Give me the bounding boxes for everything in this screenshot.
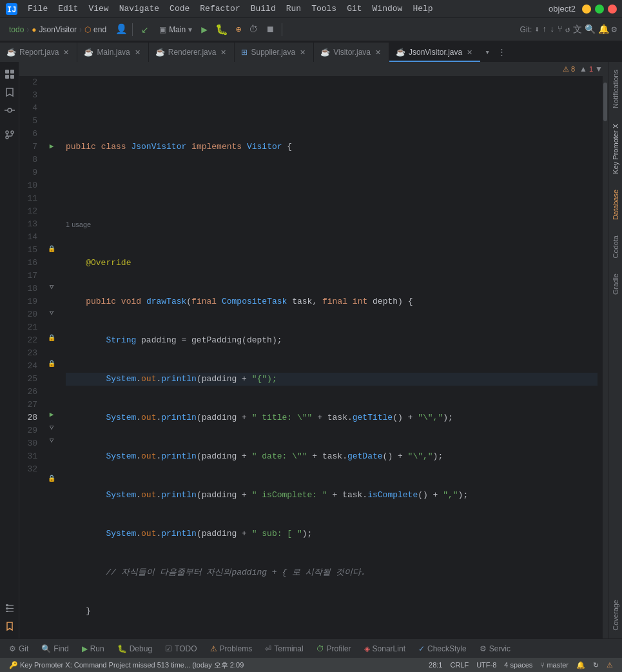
tool-services[interactable]: ⚙ Servic (474, 642, 516, 655)
code-content[interactable]: public class JsonVisitor implements Visi… (61, 76, 603, 638)
profile-button[interactable]: ⏱ (246, 25, 260, 35)
menu-build[interactable]: Build (246, 3, 280, 15)
maximize-button[interactable] (595, 5, 604, 14)
collapse-gutter-16[interactable]: ▽ (43, 280, 61, 293)
tool-profiler[interactable]: ⏱ Profiler (311, 642, 356, 655)
tool-todo[interactable]: ☑ TODO (160, 642, 202, 655)
git-fetch-icon[interactable]: ⬇ (534, 25, 539, 35)
tab-supplier-java[interactable]: ⊞ Supplier.java ✕ (235, 43, 314, 62)
tabs-more[interactable]: ⋮ (494, 43, 510, 62)
project-breadcrumb[interactable]: todo › ● JsonVisitor › ⬡ end (5, 23, 110, 36)
line-numbers: 2 3 4 5 6 7 8 9 10 11 12 13 14 15 16 17 … (19, 76, 43, 638)
menu-navigate[interactable]: Navigate (115, 3, 164, 15)
git-branches-icon[interactable]: ⑂ (558, 25, 563, 34)
menu-view[interactable]: View (84, 3, 113, 15)
notifications-icon[interactable]: 🔔 (572, 658, 589, 672)
right-label-gradle[interactable]: Gradle (610, 268, 621, 300)
svg-text:IJ: IJ (7, 6, 16, 15)
menu-window[interactable]: Window (368, 3, 407, 15)
tool-terminal[interactable]: ⏎ Terminal (260, 642, 308, 655)
tab-close-button[interactable]: ✕ (465, 48, 474, 57)
tool-debug[interactable]: 🐛 Debug (112, 642, 157, 655)
collapse-gutter-27[interactable]: ▽ (43, 433, 61, 446)
profiler-tool-icon: ⏱ (316, 644, 324, 653)
warn-icon: ⚠ (563, 65, 569, 74)
right-label-coverage[interactable]: Coverage (610, 595, 621, 636)
scroll-track[interactable] (603, 76, 608, 638)
menu-run[interactable]: Run (282, 3, 306, 15)
sidebar-pullreq-icon[interactable] (1, 126, 18, 143)
scroll-thumb[interactable] (603, 83, 607, 121)
tool-problems[interactable]: ⚠ Problems (205, 642, 258, 655)
tabs-bar: ☕ Report.java ✕ ☕ Main.java ✕ ☕ Renderer… (0, 41, 622, 62)
tab-close-button[interactable]: ✕ (133, 48, 142, 57)
line-ending[interactable]: CRLF (446, 658, 472, 672)
tab-renderer-java[interactable]: ☕ Renderer.java ✕ (149, 43, 235, 62)
coverage-button[interactable]: ⊕ (233, 24, 244, 35)
menu-tools[interactable]: Tools (307, 3, 341, 15)
tab-close-button[interactable]: ✕ (298, 48, 307, 57)
sidebar-project-icon[interactable] (1, 66, 18, 83)
debug-button[interactable]: 🐛 (213, 23, 231, 36)
help-icon[interactable]: 🔔 (598, 24, 609, 35)
tabs-dropdown[interactable]: ▾ (481, 43, 494, 62)
indent[interactable]: 4 spaces (500, 658, 536, 672)
key-promoter-status[interactable]: 🔑 Key Promoter X: Command Project missed… (5, 658, 248, 672)
right-label-codota[interactable]: Codota (610, 230, 621, 263)
menu-git[interactable]: Git (342, 3, 366, 15)
tab-visitor-java[interactable]: ☕ Visitor.java ✕ (314, 43, 389, 62)
stop-button[interactable]: ⏹ (263, 25, 277, 35)
git-branch-text: master (547, 661, 569, 669)
right-label-key-promoter[interactable]: Key Promoter X (610, 119, 621, 179)
error-nav-up[interactable]: ▲ (579, 64, 587, 74)
svg-point-11 (6, 136, 8, 139)
tab-main-java[interactable]: ☕ Main.java ✕ (77, 43, 148, 62)
collapse-gutter-18[interactable]: ▽ (43, 306, 61, 319)
tab-close-button[interactable]: ✕ (374, 48, 382, 57)
alert-icon[interactable]: ⚠ (603, 658, 617, 672)
tool-git[interactable]: ⚙ Git (4, 642, 34, 655)
translate-icon[interactable]: 文 (573, 24, 582, 35)
code-editor[interactable]: 2 3 4 5 6 7 8 9 10 11 12 13 14 15 16 17 … (19, 76, 608, 638)
tab-close-button[interactable]: ✕ (219, 48, 228, 57)
menu-code[interactable]: Code (165, 3, 194, 15)
close-button[interactable] (608, 5, 617, 14)
git-pull-icon[interactable]: ↓ (550, 25, 555, 34)
run-gutter-6[interactable]: ▶ (43, 139, 61, 152)
tool-checkstyle[interactable]: ✓ CheckStyle (413, 642, 472, 655)
vcs-update-button[interactable]: ↙ (137, 23, 153, 37)
collapse-gutter-26[interactable]: ▽ (43, 420, 61, 433)
sync-icon[interactable]: ↻ (589, 658, 603, 672)
menu-refactor[interactable]: Refactor (195, 3, 244, 15)
tab-report-java[interactable]: ☕ Report.java ✕ (0, 43, 77, 62)
todo-tool-icon: ☑ (165, 644, 172, 653)
minimize-button[interactable] (582, 5, 591, 14)
tool-run[interactable]: ▶ Run (77, 642, 110, 655)
sidebar-bookmarks2-icon[interactable] (1, 618, 18, 635)
sonarlint-tool-icon: ◈ (364, 644, 370, 653)
tool-sonarlint[interactable]: ◈ SonarLint (359, 642, 411, 655)
sidebar-bookmark-icon[interactable] (1, 84, 18, 101)
sidebar-structure-icon[interactable] (1, 600, 18, 617)
error-nav-down[interactable]: ▼ (595, 64, 603, 74)
search-everywhere-icon[interactable]: 🔍 (585, 24, 596, 35)
run-config-button[interactable]: ▣ Main ▾ (155, 23, 196, 36)
cursor-position[interactable]: 28:1 (425, 658, 446, 672)
tab-close-button[interactable]: ✕ (62, 48, 70, 57)
git-push-icon[interactable]: ↑ (542, 25, 547, 34)
right-label-notifications[interactable]: Notifications (610, 64, 621, 114)
sidebar-commit-icon[interactable] (1, 102, 18, 119)
run-gutter-25[interactable]: ▶ (43, 408, 61, 420)
tool-find[interactable]: 🔍 Find (36, 642, 73, 655)
right-label-database[interactable]: Database (610, 184, 621, 225)
java-icon: ☕ (6, 48, 16, 57)
tab-jsonvisitor-java[interactable]: ☕ JsonVisitor.java ✕ (389, 43, 481, 62)
git-branch[interactable]: ⑂ master (536, 658, 572, 672)
encoding[interactable]: UTF-8 (472, 658, 500, 672)
run-button[interactable]: ▶ (199, 23, 210, 36)
menu-edit[interactable]: Edit (53, 3, 83, 15)
menu-file[interactable]: File (23, 3, 52, 15)
settings-icon[interactable]: ⚙ (612, 24, 617, 35)
git-rollback-icon[interactable]: ↺ (565, 25, 570, 35)
menu-help[interactable]: Help (408, 3, 437, 15)
